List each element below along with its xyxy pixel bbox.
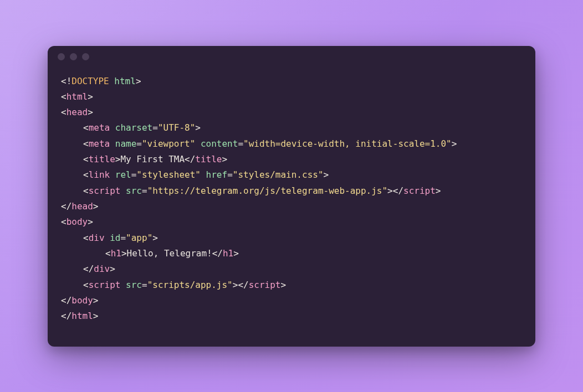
window-control-minimize[interactable] <box>70 53 77 60</box>
code-line: <meta charset="UTF-8"> <box>61 120 201 136</box>
code-line: <h1>Hello, Telegram!</h1> <box>61 246 239 261</box>
code-line: </html> <box>61 311 98 321</box>
code-line: <html> <box>61 91 93 102</box>
code-line: <script src="https://telegram.org/js/tel… <box>61 183 441 199</box>
code-line: <title>My First TMA</title> <box>61 152 227 167</box>
code-line: </head> <box>61 201 98 212</box>
code-line: <div id="app"> <box>61 230 158 246</box>
code-line: </div> <box>61 261 115 277</box>
code-line: <!DOCTYPE html> <box>61 76 141 86</box>
window-control-close[interactable] <box>58 53 65 60</box>
code-window: <!DOCTYPE html> <html> <head> <meta char… <box>48 46 535 347</box>
code-line: <head> <box>61 107 93 117</box>
code-line: <link rel="stylesheet" href="styles/main… <box>61 167 329 183</box>
code-content: <!DOCTYPE html> <html> <head> <meta char… <box>48 68 535 347</box>
window-titlebar <box>48 46 535 68</box>
code-line: <script src="scripts/app.js"></script> <box>61 277 286 293</box>
code-line: <body> <box>61 216 93 227</box>
code-line: </body> <box>61 295 98 306</box>
code-line: <meta name="viewport" content="width=dev… <box>61 136 457 152</box>
window-control-zoom[interactable] <box>82 53 89 60</box>
